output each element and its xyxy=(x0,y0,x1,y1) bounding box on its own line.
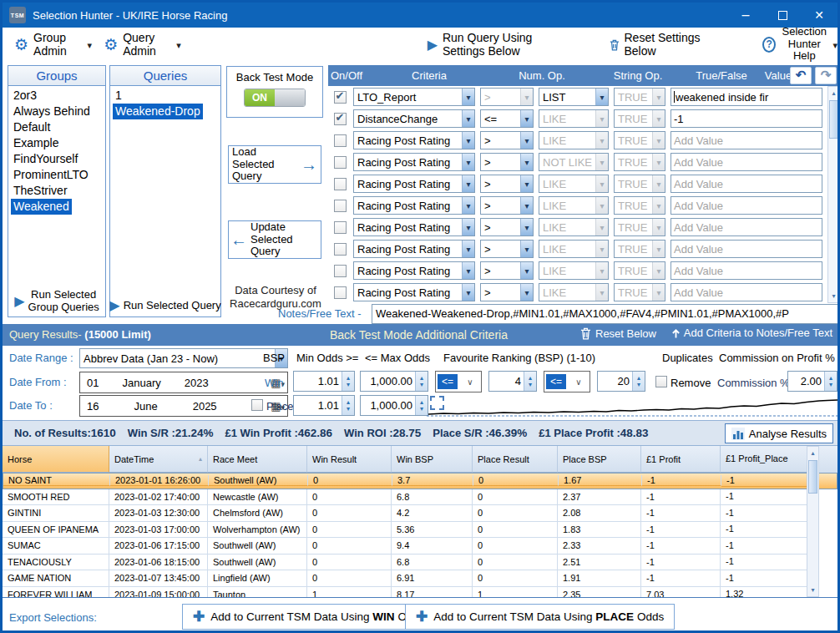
criteria-on-off-checkbox[interactable] xyxy=(331,265,348,277)
close-button[interactable] xyxy=(801,3,837,28)
string-op-select[interactable]: LIKE xyxy=(539,283,609,301)
date-range-select[interactable]: Abbrev Data (Jan 23 - Now) xyxy=(79,348,288,368)
value-input[interactable]: Add Value xyxy=(670,175,822,193)
column-header-win-bsp[interactable]: Win BSP xyxy=(392,446,473,473)
place-min-odds-spinner[interactable]: 1.01 xyxy=(293,395,355,416)
value-input[interactable]: Add Value xyxy=(670,196,822,215)
criteria-select[interactable]: DistanceChange xyxy=(353,109,475,128)
scroll-up-icon[interactable] xyxy=(807,447,818,459)
value-input[interactable]: Add Value xyxy=(670,218,822,236)
value-input[interactable]: Add Value xyxy=(670,283,822,301)
truefalse-select[interactable]: TRUE xyxy=(614,131,665,149)
reset-below-button[interactable]: Reset Below xyxy=(580,327,656,340)
update-selected-query-button[interactable]: Update Selected Query xyxy=(228,220,321,259)
win-min-odds-spinner[interactable]: 1.01 xyxy=(293,371,355,392)
criteria-select[interactable]: Racing Post Rating xyxy=(353,283,475,301)
string-op-select[interactable]: LIKE xyxy=(539,175,609,193)
load-selected-query-button[interactable]: Load Selected Query xyxy=(228,145,321,184)
criteria-select[interactable]: Racing Post Rating xyxy=(353,131,475,149)
num-op-select[interactable]: > xyxy=(480,218,534,236)
string-op-select[interactable]: LIST xyxy=(539,88,609,106)
column-header-race-meet[interactable]: Race Meet xyxy=(208,446,307,473)
criteria-select[interactable]: Racing Post Rating xyxy=(353,196,475,215)
value-input[interactable]: Add Value xyxy=(670,240,822,258)
list-item[interactable]: FindYourself xyxy=(11,151,80,167)
table-row[interactable]: GINTINI 2023-01-03 12:30:00 Chelmsford (… xyxy=(3,505,837,522)
criteria-on-off-checkbox[interactable] xyxy=(331,156,348,169)
column-header-win-result[interactable]: Win Result xyxy=(307,446,392,473)
criteria-select[interactable]: LTO_Report xyxy=(353,88,475,106)
list-item[interactable]: Example xyxy=(11,135,61,151)
table-row[interactable]: QUEEN OF IPANEMA 2023-01-03 17:00:00 Wol… xyxy=(3,522,837,539)
table-row[interactable]: TENACIOUSLY 2023-01-06 18:15:00 Southwel… xyxy=(3,555,837,571)
num-op-select[interactable]: > xyxy=(480,175,534,193)
group-admin-menu[interactable]: Group Admin xyxy=(14,31,92,58)
truefalse-select[interactable]: TRUE xyxy=(614,261,665,280)
string-op-select[interactable]: LIKE xyxy=(539,131,609,149)
maximize-button[interactable] xyxy=(764,3,801,28)
add-criteria-to-notes-button[interactable]: Add Criteria to Notes/Free Text xyxy=(671,327,832,339)
redo-button[interactable] xyxy=(815,67,837,84)
criteria-on-off-checkbox[interactable] xyxy=(331,221,348,234)
query-admin-menu[interactable]: Query Admin xyxy=(104,31,181,58)
place-max-odds-spinner[interactable]: 1,000.00 xyxy=(360,395,428,416)
truefalse-select[interactable]: TRUE xyxy=(614,240,665,258)
scrollbar-thumb[interactable] xyxy=(829,100,838,139)
column-header-horse[interactable]: Horse xyxy=(3,446,109,473)
list-item[interactable]: Weakened-Drop xyxy=(113,104,203,119)
date-from-field[interactable]: 01 January 2023 xyxy=(79,372,288,393)
num-op-select[interactable]: > xyxy=(480,88,534,106)
help-menu[interactable]: ? SelectionHunter Help xyxy=(762,26,837,63)
num-op-select[interactable]: > xyxy=(480,131,534,149)
scrollbar-thumb[interactable] xyxy=(808,460,817,494)
string-op-select[interactable]: NOT LIKE xyxy=(539,153,609,171)
truefalse-select[interactable]: TRUE xyxy=(614,283,665,301)
results-scrollbar[interactable] xyxy=(807,446,819,597)
criteria-on-off-checkbox[interactable] xyxy=(331,243,348,256)
num-op-select[interactable]: > xyxy=(480,240,534,258)
truefalse-select[interactable]: TRUE xyxy=(614,109,665,128)
criteria-on-off-checkbox[interactable] xyxy=(331,134,348,147)
string-op-select[interactable]: LIKE xyxy=(539,240,609,258)
table-row[interactable]: FOREVER WILLIAM 2023-01-09 15:00:00 Taun… xyxy=(3,587,837,598)
criteria-on-off-checkbox[interactable] xyxy=(331,200,348,212)
table-row[interactable]: NO SAINT 2023-01-01 16:26:00 Southwell (… xyxy=(3,473,837,489)
column-header-place-bsp[interactable]: Place BSP xyxy=(558,446,641,473)
num-op-select[interactable]: > xyxy=(480,153,534,171)
criteria-on-off-checkbox[interactable] xyxy=(331,91,348,104)
spinner-arrows-icon[interactable] xyxy=(342,372,354,391)
reset-settings-button[interactable]: Reset Settings Below xyxy=(610,31,712,58)
scroll-up-icon[interactable] xyxy=(828,87,839,99)
value-input[interactable]: -1 xyxy=(670,109,822,128)
add-win-odds-button[interactable]: Add to Current TSM Data Using WIN Odds xyxy=(182,604,436,630)
num-op-select[interactable]: > xyxy=(480,196,534,215)
minimize-button[interactable] xyxy=(727,3,764,28)
value-input[interactable]: Add Value xyxy=(670,131,822,149)
list-item[interactable]: Weakened xyxy=(11,199,72,215)
spinner-arrows-icon[interactable] xyxy=(415,396,428,415)
list-item[interactable]: Default xyxy=(11,119,53,135)
value-input[interactable]: Add Value xyxy=(670,153,822,171)
add-place-odds-button[interactable]: Add to Current TSM Data Using PLACE Odds xyxy=(405,604,675,630)
string-op-select[interactable]: LIKE xyxy=(539,109,609,128)
spinner-arrows-icon[interactable] xyxy=(415,372,428,391)
criteria-select[interactable]: Racing Post Rating xyxy=(353,175,475,193)
string-op-select[interactable]: LIKE xyxy=(539,218,609,236)
truefalse-select[interactable]: TRUE xyxy=(614,196,665,215)
string-op-select[interactable]: LIKE xyxy=(539,196,609,215)
criteria-select[interactable]: Racing Post Rating xyxy=(353,261,475,280)
value-input[interactable]: Add Value xyxy=(670,261,822,280)
list-item[interactable]: 2or3 xyxy=(11,88,39,104)
table-row[interactable]: SUMAC 2023-01-06 17:15:00 Southwell (AW)… xyxy=(3,538,837,555)
truefalse-select[interactable]: TRUE xyxy=(614,153,665,171)
string-op-select[interactable]: LIKE xyxy=(539,261,609,280)
run-selected-query-button[interactable]: Run Selected Query xyxy=(110,298,220,313)
criteria-on-off-checkbox[interactable] xyxy=(331,286,348,299)
list-item[interactable]: 1 xyxy=(113,88,124,104)
backtest-toggle[interactable]: ON xyxy=(244,89,306,107)
scroll-down-icon[interactable] xyxy=(828,290,839,302)
num-op-select[interactable]: > xyxy=(480,283,534,301)
num-op-select[interactable]: > xyxy=(480,261,534,280)
column-header-datetime[interactable]: DateTime xyxy=(109,446,208,473)
criteria-on-off-checkbox[interactable] xyxy=(331,113,348,125)
